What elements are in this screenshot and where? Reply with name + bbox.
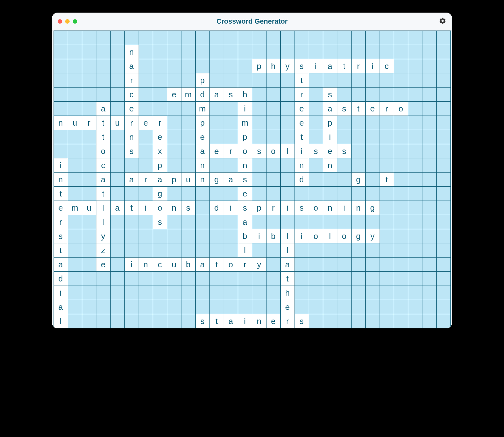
letter-cell[interactable]: a bbox=[195, 258, 209, 272]
letter-cell[interactable]: r bbox=[124, 116, 139, 130]
gear-icon[interactable] bbox=[439, 17, 446, 26]
letter-cell[interactable]: d bbox=[295, 173, 309, 187]
letter-cell[interactable]: t bbox=[124, 201, 139, 215]
letter-cell[interactable]: o bbox=[153, 201, 167, 215]
letter-cell[interactable]: s bbox=[195, 314, 209, 328]
letter-cell[interactable]: p bbox=[195, 116, 209, 130]
letter-cell[interactable]: u bbox=[82, 201, 96, 215]
letter-cell[interactable]: h bbox=[280, 286, 295, 300]
letter-cell[interactable]: s bbox=[252, 144, 266, 158]
letter-cell[interactable]: a bbox=[153, 173, 167, 187]
letter-cell[interactable]: h bbox=[238, 88, 252, 102]
letter-cell[interactable]: o bbox=[309, 201, 323, 215]
letter-cell[interactable]: x bbox=[153, 144, 167, 158]
letter-cell[interactable]: o bbox=[238, 144, 252, 158]
letter-cell[interactable]: s bbox=[337, 102, 351, 116]
letter-cell[interactable]: t bbox=[337, 59, 351, 73]
letter-cell[interactable]: g bbox=[365, 201, 380, 215]
letter-cell[interactable]: l bbox=[280, 243, 295, 258]
letter-cell[interactable]: u bbox=[110, 116, 124, 130]
letter-cell[interactable]: h bbox=[266, 59, 280, 73]
letter-cell[interactable]: s bbox=[224, 88, 238, 102]
letter-cell[interactable]: n bbox=[295, 158, 309, 173]
letter-cell[interactable]: r bbox=[238, 258, 252, 272]
letter-cell[interactable]: e bbox=[54, 201, 68, 215]
letter-cell[interactable]: s bbox=[181, 201, 195, 215]
letter-cell[interactable]: t bbox=[209, 258, 224, 272]
letter-cell[interactable]: r bbox=[124, 73, 139, 88]
letter-cell[interactable]: o bbox=[266, 144, 280, 158]
letter-cell[interactable]: s bbox=[153, 215, 167, 229]
letter-cell[interactable]: a bbox=[323, 102, 337, 116]
letter-cell[interactable]: l bbox=[96, 201, 110, 215]
letter-cell[interactable]: a bbox=[124, 173, 139, 187]
letter-cell[interactable]: a bbox=[54, 258, 68, 272]
letter-cell[interactable]: t bbox=[54, 243, 68, 258]
letter-cell[interactable]: e bbox=[153, 130, 167, 144]
letter-cell[interactable]: e bbox=[209, 144, 224, 158]
letter-cell[interactable]: s bbox=[238, 173, 252, 187]
letter-cell[interactable]: y bbox=[96, 229, 110, 243]
letter-cell[interactable]: b bbox=[181, 258, 195, 272]
letter-cell[interactable]: c bbox=[96, 158, 110, 173]
letter-cell[interactable]: i bbox=[337, 201, 351, 215]
letter-cell[interactable]: m bbox=[181, 88, 195, 102]
letter-cell[interactable]: p bbox=[323, 116, 337, 130]
letter-cell[interactable]: c bbox=[124, 88, 139, 102]
letter-cell[interactable]: s bbox=[337, 144, 351, 158]
letter-cell[interactable]: n bbox=[124, 45, 139, 59]
letter-cell[interactable]: n bbox=[195, 158, 209, 173]
letter-cell[interactable]: n bbox=[167, 201, 181, 215]
letter-cell[interactable]: s bbox=[124, 144, 139, 158]
letter-cell[interactable]: r bbox=[82, 116, 96, 130]
zoom-icon[interactable] bbox=[73, 19, 77, 24]
letter-cell[interactable]: n bbox=[124, 130, 139, 144]
letter-cell[interactable]: u bbox=[68, 116, 82, 130]
letter-cell[interactable]: l bbox=[54, 314, 68, 328]
letter-cell[interactable]: o bbox=[96, 144, 110, 158]
letter-cell[interactable]: p bbox=[252, 201, 266, 215]
letter-cell[interactable]: y bbox=[280, 59, 295, 73]
letter-cell[interactable]: p bbox=[153, 158, 167, 173]
letter-cell[interactable]: y bbox=[365, 229, 380, 243]
letter-cell[interactable]: l bbox=[280, 144, 295, 158]
letter-cell[interactable]: e bbox=[139, 116, 153, 130]
letter-cell[interactable]: i bbox=[124, 258, 139, 272]
letter-cell[interactable]: u bbox=[181, 173, 195, 187]
letter-cell[interactable]: i bbox=[295, 144, 309, 158]
letter-cell[interactable]: s bbox=[295, 314, 309, 328]
letter-cell[interactable]: e bbox=[365, 102, 380, 116]
letter-cell[interactable]: a bbox=[224, 173, 238, 187]
letter-cell[interactable]: t bbox=[380, 173, 394, 187]
letter-cell[interactable]: d bbox=[195, 88, 209, 102]
letter-cell[interactable]: e bbox=[96, 258, 110, 272]
letter-cell[interactable]: e bbox=[295, 102, 309, 116]
letter-cell[interactable]: b bbox=[266, 229, 280, 243]
letter-cell[interactable]: r bbox=[54, 215, 68, 229]
letter-cell[interactable]: p bbox=[167, 173, 181, 187]
letter-cell[interactable]: i bbox=[54, 286, 68, 300]
letter-cell[interactable]: i bbox=[238, 314, 252, 328]
letter-cell[interactable]: i bbox=[323, 130, 337, 144]
letter-cell[interactable]: a bbox=[238, 215, 252, 229]
letter-cell[interactable]: m bbox=[195, 102, 209, 116]
letter-cell[interactable]: s bbox=[238, 201, 252, 215]
letter-cell[interactable]: a bbox=[96, 173, 110, 187]
letter-cell[interactable]: l bbox=[280, 229, 295, 243]
letter-cell[interactable]: n bbox=[351, 201, 365, 215]
letter-cell[interactable]: i bbox=[54, 158, 68, 173]
letter-cell[interactable]: e bbox=[195, 130, 209, 144]
letter-cell[interactable]: i bbox=[280, 201, 295, 215]
letter-cell[interactable]: i bbox=[295, 229, 309, 243]
letter-cell[interactable]: a bbox=[124, 59, 139, 73]
letter-cell[interactable]: g bbox=[209, 173, 224, 187]
letter-cell[interactable]: d bbox=[209, 201, 224, 215]
letter-cell[interactable]: t bbox=[351, 102, 365, 116]
letter-cell[interactable]: r bbox=[351, 59, 365, 73]
letter-cell[interactable]: a bbox=[323, 59, 337, 73]
letter-cell[interactable]: n bbox=[54, 173, 68, 187]
letter-cell[interactable]: n bbox=[238, 158, 252, 173]
letter-cell[interactable]: g bbox=[153, 187, 167, 201]
letter-cell[interactable]: e bbox=[167, 88, 181, 102]
letter-cell[interactable]: c bbox=[380, 59, 394, 73]
